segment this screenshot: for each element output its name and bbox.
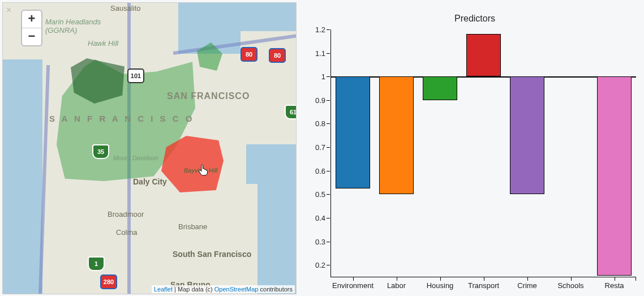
zoom-control: + − [21, 10, 42, 46]
xtick-label: Housing [427, 277, 454, 290]
chart-baseline [331, 76, 636, 78]
xtick-label: Labor [387, 277, 406, 290]
close-icon[interactable]: × [6, 5, 11, 15]
ytick-label: 0.4 [315, 213, 331, 222]
chart-bar-crime[interactable] [510, 76, 544, 194]
xtick-label: Resta [605, 277, 624, 290]
shield-i80-b: 80 [269, 48, 286, 63]
ytick-label: 0.9 [315, 96, 331, 104]
ytick-label: 0.7 [315, 143, 331, 152]
xtick-label: Environment [332, 277, 373, 290]
xtick-label: Crime [517, 277, 537, 290]
osm-link[interactable]: OpenStreetMap [214, 286, 259, 293]
chart-bar-schools[interactable] [553, 76, 587, 78]
shield-i80: 80 [241, 47, 257, 62]
chart-bar-resta[interactable] [597, 76, 631, 276]
chart-bar-environment[interactable] [336, 76, 370, 188]
ytick-label: 1 [321, 72, 331, 81]
ytick-label: 0.6 [315, 166, 331, 175]
ytick-label: 1.2 [315, 25, 331, 34]
map[interactable]: × + − Sausalito Marin Headlands (GGNRA) … [2, 2, 297, 294]
chart-bar-transport[interactable] [466, 34, 500, 76]
shield-ca61: 61 [285, 105, 297, 119]
xtick-label: Transport [468, 277, 499, 290]
shield-ca1: 1 [88, 256, 105, 271]
cursor-hand-icon [198, 164, 209, 179]
xtick-label: Schools [557, 277, 583, 290]
zoom-out-button[interactable]: − [22, 28, 41, 45]
map-attribution: Leaflet | Map data (c) OpenStreetMap con… [152, 285, 295, 293]
zoom-in-button[interactable]: + [22, 11, 41, 28]
ytick-label: 1.1 [315, 49, 331, 57]
chart: Predictors 0.20.30.40.50.60.70.80.911.11… [308, 2, 642, 294]
ytick-label: 0.8 [315, 119, 331, 128]
shield-i280: 280 [100, 274, 117, 289]
ytick-label: 0.3 [315, 237, 331, 246]
ytick-label: 0.2 [315, 261, 331, 269]
chart-bar-housing[interactable] [423, 76, 457, 100]
chart-title: Predictors [308, 14, 642, 24]
shield-us101: 101 [127, 68, 144, 83]
chart-bar-labor[interactable] [379, 76, 413, 194]
shield-ca35: 35 [92, 144, 109, 159]
chart-plot-area: 0.20.30.40.50.60.70.80.911.11.2Environme… [330, 29, 636, 277]
ytick-label: 0.5 [315, 190, 331, 199]
leaflet-link[interactable]: Leaflet [154, 286, 173, 293]
